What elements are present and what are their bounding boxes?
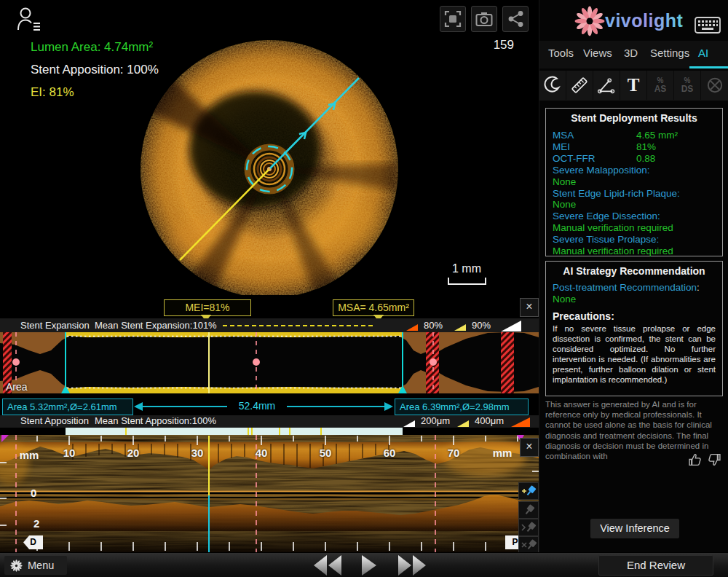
fullscreen-button[interactable] <box>440 6 466 32</box>
mei-marker-box[interactable]: MEI=81% <box>164 299 251 316</box>
marker-strip: MEI=81% MSA= 4.65mm² × <box>0 295 539 318</box>
msa-marker-box[interactable]: MSA= 4.65mm² <box>333 299 414 316</box>
angle-tool-icon <box>596 74 617 96</box>
apposition-bar[interactable] <box>66 428 403 435</box>
apposition-tick <box>251 428 253 435</box>
scale-bar <box>448 278 486 285</box>
oct-review-app: Lumen Area: 4.74mm² Stent Apposition: 10… <box>0 0 728 577</box>
vivolight-logo: vivolight <box>573 4 698 37</box>
ruler-tool-icon <box>569 74 590 96</box>
tab-ai[interactable]: AI <box>698 47 708 59</box>
thumbs-up-icon <box>688 453 703 466</box>
end-review-button[interactable]: End Review <box>598 555 713 576</box>
legend-80-label: 80% <box>424 320 443 331</box>
apposition-title: Stent Apposition <box>20 415 89 426</box>
apposition-tick <box>125 428 127 435</box>
recommendation-value: None <box>553 294 716 305</box>
diameter-stenosis-tool[interactable]: % DS <box>674 71 701 100</box>
fast-forward-icon <box>398 555 411 576</box>
expansion-chart[interactable] <box>0 332 539 393</box>
ruler-label-60: 60 <box>373 447 405 459</box>
tab-3d[interactable]: 3D <box>624 47 638 59</box>
legend-90-icon <box>454 324 466 331</box>
share-button[interactable] <box>502 6 529 32</box>
cross-section-view[interactable]: Lumen Area: 4.74mm² Stent Apposition: 10… <box>0 0 539 295</box>
area-stenosis-tool[interactable]: % AS <box>647 71 674 100</box>
apposition-tick <box>320 428 322 435</box>
rewind-button[interactable] <box>313 555 342 576</box>
pinwheel-logo-icon <box>575 7 605 36</box>
area-axis-label: Area <box>6 381 28 393</box>
snapshot-button[interactable] <box>471 6 497 32</box>
measure-toolbar: T % AS % DS <box>539 71 728 101</box>
apposition-tick <box>248 428 249 435</box>
apposition-tick <box>279 428 280 435</box>
metric-label: OCT-FFR <box>553 153 596 164</box>
close-longview-button[interactable]: × <box>520 438 539 457</box>
bookmark-next-button[interactable] <box>518 519 539 536</box>
ai-disclaimer: This answer is generated by AI and is fo… <box>545 399 723 461</box>
view-inference-button[interactable]: View Inference <box>590 519 679 538</box>
angle-tool[interactable] <box>593 71 620 100</box>
patient-info-button[interactable] <box>16 6 44 34</box>
bookmark-delete-button[interactable] <box>518 536 539 554</box>
menu-button[interactable]: Menu <box>4 556 67 575</box>
add-pin-icon <box>521 484 537 498</box>
clear-measurements-tool[interactable] <box>701 71 728 100</box>
finding-label: Severe Malapposition: <box>553 165 716 176</box>
metric-label: MSA <box>553 130 574 141</box>
metric-octffr: OCT-FFR 0.88 <box>553 153 716 165</box>
metric-value: 0.88 <box>636 153 655 165</box>
lumen-contour-tool[interactable] <box>539 71 566 100</box>
apposition-header: Stent Apposition Mean Stent Apposition:1… <box>0 415 539 428</box>
menu-label: Menu <box>28 560 54 571</box>
tab-tools[interactable]: Tools <box>548 47 574 59</box>
ai-strategy-panel: AI Strategy Recommendation Post-treatmen… <box>545 261 723 396</box>
ruler-label-10: 10 <box>53 447 85 459</box>
apposition-mean: Mean Stent Apposition:100% <box>95 415 216 426</box>
bookmark-prev-button[interactable] <box>518 501 539 519</box>
legend-400-icon <box>457 420 469 427</box>
rewind-icon <box>314 555 327 576</box>
play-button[interactable] <box>361 555 377 576</box>
text-annotation-tool[interactable]: T <box>620 71 647 100</box>
share-icon <box>506 9 525 28</box>
keyboard-icon <box>694 16 723 35</box>
area-measurement-row: Area 5.32mm²,Ø=2.61mm Area 6.39mm²,Ø=2.9… <box>0 397 539 415</box>
longitudinal-view[interactable]: mm 10 20 30 40 50 60 70 mm 0 2 D P × <box>0 435 539 552</box>
camera-icon <box>475 9 494 28</box>
thumbs-down-icon <box>707 453 721 466</box>
finding-value: Manual verification required <box>553 222 716 234</box>
tab-settings[interactable]: Settings <box>650 47 689 59</box>
active-tab-underline <box>689 66 728 68</box>
ruler-label-30: 30 <box>181 447 213 459</box>
apposition-tick <box>289 428 290 435</box>
stent-expansion-section: Stent Expansion Mean Stent Expansion:101… <box>0 318 539 397</box>
thumbs-up-button[interactable] <box>688 453 704 468</box>
add-bookmark-button[interactable] <box>518 482 539 500</box>
fast-forward-button[interactable] <box>397 555 427 576</box>
close-chart-button[interactable]: × <box>520 298 539 317</box>
expansion-mean: Mean Stent Expansion:101% <box>95 320 217 331</box>
pin-prev-icon <box>521 503 537 517</box>
finding-label: Stent Edge Lipid-rich Plaque: <box>553 188 716 200</box>
legend-200-icon <box>403 420 415 427</box>
expansion-header: Stent Expansion Mean Stent Expansion:101… <box>0 318 539 332</box>
metric-value: 81% <box>636 141 656 153</box>
legend-400-label: 400μm <box>475 415 504 426</box>
frame-number: 159 <box>472 38 514 52</box>
finding-label: Severe Tissue Prolapse: <box>553 234 716 246</box>
ruler-label-70: 70 <box>438 447 470 459</box>
brand-wordmark: vivolight <box>605 10 683 31</box>
finding-lipid-plaque: Stent Edge Lipid-rich Plaque: None <box>553 188 716 211</box>
play-icon <box>362 555 376 576</box>
tab-views[interactable]: Views <box>583 47 612 59</box>
keyboard-button[interactable] <box>694 16 723 35</box>
as-tool-label: AS <box>654 85 667 94</box>
expansion-title: Stent Expansion <box>20 320 90 331</box>
menu-pinwheel-icon <box>10 560 23 572</box>
thumbs-down-button[interactable] <box>707 453 723 468</box>
ruler-tool[interactable] <box>566 71 593 100</box>
ruler-label-20: 20 <box>117 447 149 459</box>
metric-value: 4.65 mm² <box>636 130 678 141</box>
